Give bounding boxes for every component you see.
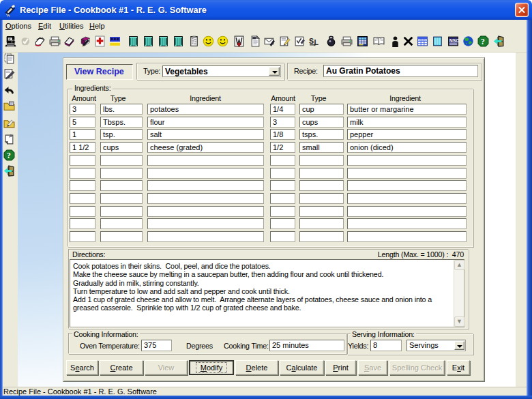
svg-text:?: ? — [481, 38, 485, 46]
svg-text:S: S — [309, 37, 314, 45]
svg-text:NSO: NSO — [449, 38, 459, 43]
svg-text:?: ? — [7, 151, 11, 160]
